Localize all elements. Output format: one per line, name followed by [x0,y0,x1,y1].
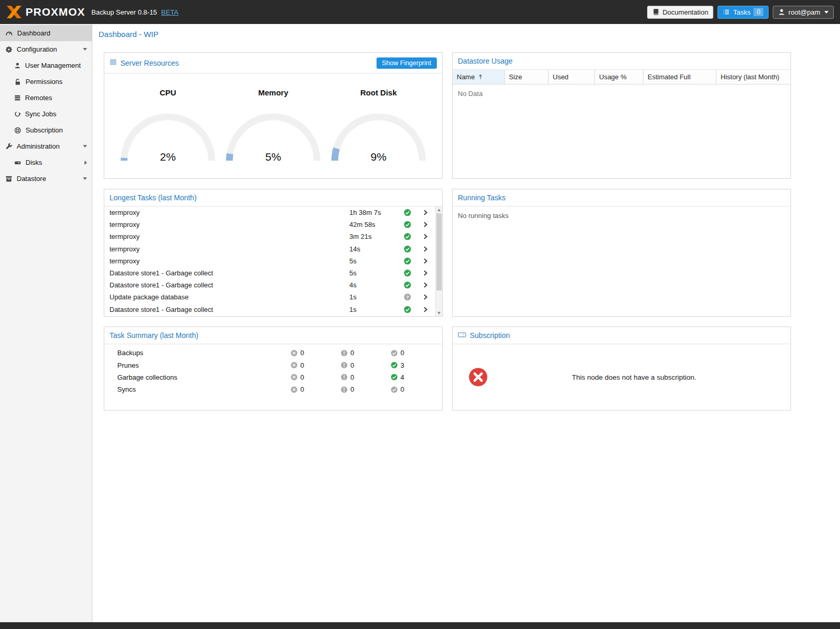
subscription-message: This node does not have a subscription. [488,373,780,381]
question-circle-icon: ? [404,293,411,301]
show-fingerprint-button[interactable]: Show Fingerprint [376,57,437,69]
user-menu-button[interactable]: root@pam [773,6,834,19]
exclamation-circle-icon [340,386,348,393]
tasks-button[interactable]: Tasks 0 [717,6,769,19]
task-row[interactable]: Datastore store1 - Garbage collect 4s [104,279,435,291]
chevron-right-icon[interactable] [422,306,435,313]
sidebar-item-remotes[interactable]: Remotes [0,90,92,106]
chevron-right-icon[interactable] [422,258,435,264]
task-summary-row[interactable]: Syncs 0 [104,383,442,395]
expand-caret-icon[interactable] [83,48,87,51]
gauge-chart: 9% [326,110,431,164]
ok-count-group: 0 [391,349,441,357]
exclamation-circle-icon [340,349,348,357]
chevron-right-icon[interactable] [422,246,435,252]
unlock-icon [14,78,21,86]
task-duration: 1s [349,306,404,313]
task-name: Datastore store1 - Garbage collect [104,306,349,313]
expand-right-caret-icon[interactable] [84,161,87,165]
sidebar-item-dashboard[interactable]: Dashboard [0,25,92,41]
column-header-used[interactable]: Used [549,70,595,84]
bottom-bar [0,622,840,629]
scroll-down-arrow[interactable] [436,310,442,316]
user-label: root@pam [788,8,820,16]
resource-gauge: CPU 2% [116,88,220,178]
task-status: ? [404,269,422,277]
sidebar-item-permissions[interactable]: Permissions [0,74,92,90]
life-ring-icon [14,127,21,134]
hdd-icon [14,159,21,166]
sidebar-item-sync-jobs[interactable]: Sync Jobs [0,106,92,122]
warning-count-group: 0 [340,361,391,369]
times-circle-icon [290,361,298,369]
longest-tasks-panel: Longest Tasks (last Month) termproxy 1h … [104,189,443,317]
times-circle-icon [290,373,298,381]
task-row[interactable]: Update package database 1s [104,291,435,303]
chevron-right-icon[interactable] [422,221,435,228]
chevron-right-icon[interactable] [422,233,435,240]
gears-icon [5,46,13,53]
sidebar-item-configuration[interactable]: Configuration [0,41,92,57]
task-summary-row[interactable]: Garbage collections 0 [104,371,442,383]
task-status: ? [404,293,422,301]
documentation-button[interactable]: Documentation [647,6,713,19]
summary-label: Prunes [117,361,290,369]
beta-link[interactable]: BETA [161,8,178,16]
expand-caret-icon[interactable] [83,145,87,148]
column-header-history[interactable]: History (last Month) [716,70,790,84]
chevron-right-icon[interactable] [422,294,435,300]
task-summary-row[interactable]: Backups 0 [104,347,442,359]
sidebar-item-datastore[interactable]: Datastore [0,171,92,187]
task-row[interactable]: termproxy 42m 58s [104,219,435,231]
gauge-value: 5% [221,151,325,163]
expand-caret-icon[interactable] [83,177,87,180]
task-name: Datastore store1 - Garbage collect [104,269,349,277]
wrench-icon [5,143,13,150]
scrollbar-thumb[interactable] [436,213,442,291]
task-name: termproxy [104,233,349,240]
column-header-name[interactable]: Name [453,70,505,84]
task-row[interactable]: termproxy 14s [104,243,435,255]
gauge-label: Memory [221,88,325,97]
chevron-right-icon[interactable] [422,282,435,288]
task-name: termproxy [104,257,349,265]
sidebar-item-administration[interactable]: Administration [0,138,92,154]
task-row[interactable]: Datastore store1 - Garbage collect 5s [104,267,435,279]
exclamation-circle-icon [340,361,348,369]
column-header-estimated-full[interactable]: Estimated Full [643,70,716,84]
server-stack-icon [14,94,21,101]
book-icon [652,8,660,16]
times-circle-icon [290,349,298,357]
column-header-size[interactable]: Size [505,70,549,84]
gauge-chart: 2% [116,110,220,164]
sidebar-item-subscription[interactable]: Subscription [0,122,92,138]
server-resources-panel: Server Resources Show Fingerprint CPU [104,52,443,179]
task-row[interactable]: termproxy 3m 21s [104,231,435,243]
column-header-usage-pct[interactable]: Usage % [595,70,643,84]
chevron-right-icon[interactable] [422,209,435,216]
sidebar-item-user-management[interactable]: User Management [0,57,92,74]
chevron-right-icon[interactable] [422,270,435,276]
documentation-label: Documentation [663,8,708,16]
main-content: Dashboard - WIP Server Resources Show Fi… [92,24,840,622]
scrollbar[interactable] [435,207,442,316]
task-row[interactable]: termproxy 1h 38m 7s [104,207,435,219]
sort-asc-icon [478,74,483,80]
sidebar-item-disks[interactable]: Disks [0,154,92,171]
datastore-usage-panel: Datastore Usage Name Size Used Usage % E… [452,52,791,179]
running-tasks-panel: Running Tasks No running tasks [452,189,791,317]
proxmox-logo: PROXMOX [6,6,85,18]
task-summary-row[interactable]: Prunes 0 [104,359,442,371]
scroll-up-arrow[interactable] [436,207,442,213]
task-status: ? [404,233,422,240]
task-name: termproxy [104,221,349,228]
topbar: PROXMOX Backup Server 0.8-15 BETA Docume… [0,0,840,24]
warning-count: 0 [350,385,354,393]
check-circle-icon [404,269,411,277]
task-name: termproxy [104,245,349,253]
gauge-chart: 5% [221,110,325,164]
warning-count: 0 [350,361,354,369]
task-row[interactable]: termproxy 5s [104,255,435,267]
task-status: ? [404,209,422,216]
task-row[interactable]: Datastore store1 - Garbage collect 1s [104,304,435,316]
